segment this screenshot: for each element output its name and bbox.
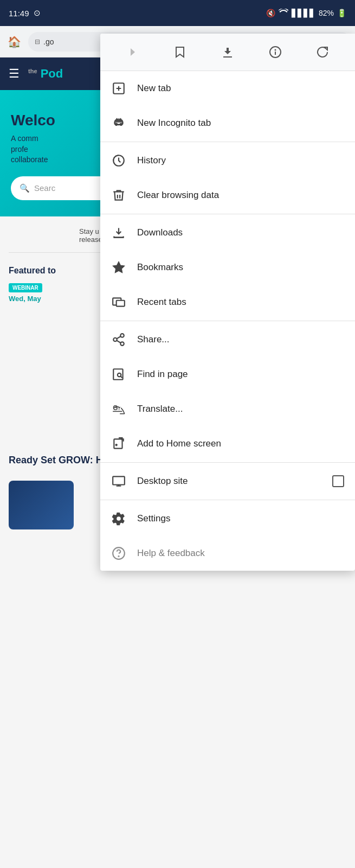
divider-3: [100, 321, 355, 321]
star-icon: [111, 260, 126, 275]
svg-marker-16: [113, 261, 125, 273]
svg-point-19: [120, 334, 124, 337]
menu-item-desktop-site[interactable]: Desktop site: [100, 464, 355, 499]
mute-icon: 🔇: [266, 9, 275, 17]
svg-line-23: [117, 336, 120, 339]
translate-label: Translate...: [137, 404, 344, 414]
address-privacy-icon: ⊟: [35, 38, 40, 46]
svg-text:T: T: [118, 405, 121, 411]
incognito-label: New Incognito tab: [137, 118, 344, 129]
svg-line-22: [117, 341, 120, 343]
desktop-site-label: Desktop site: [137, 476, 321, 487]
divider-4: [100, 462, 355, 463]
menu-item-recent-tabs[interactable]: Recent tabs: [100, 285, 355, 320]
svg-point-21: [120, 342, 124, 346]
recent-tabs-label: Recent tabs: [137, 297, 344, 308]
svg-rect-18: [117, 301, 125, 307]
desktop-icon: [111, 474, 126, 489]
wifi-icon: [279, 9, 288, 18]
settings-label: Settings: [137, 513, 344, 524]
bookmark-button[interactable]: [168, 40, 192, 64]
recent-tabs-icon: [111, 295, 126, 310]
clear-browsing-label: Clear browsing data: [137, 190, 344, 201]
add-home-icon: [111, 436, 126, 451]
find-in-page-label: Find in page: [137, 369, 344, 380]
webinar-badge: WEBINAR: [9, 283, 42, 292]
svg-rect-12: [115, 120, 122, 122]
status-bar: 11:49 ⊙ 🔇 ▋▋▋▋ 82% 🔋: [0, 0, 355, 26]
home-button[interactable]: 🏠: [4, 32, 24, 52]
info-button[interactable]: [263, 40, 287, 64]
settings-icon: [111, 511, 126, 526]
browser-menu[interactable]: New tab New Incognito tab: [100, 34, 355, 571]
svg-rect-35: [113, 476, 125, 484]
bookmarks-label: Bookmarks: [137, 262, 344, 273]
divider-1: [100, 142, 355, 142]
battery-icon: 🔋: [337, 9, 346, 17]
trash-icon: [111, 188, 126, 203]
svg-point-20: [113, 338, 117, 342]
divider-5: [100, 500, 355, 500]
share-icon: [111, 332, 126, 347]
help-icon: [111, 546, 126, 561]
time-display: 11:49: [9, 9, 29, 18]
downloads-icon: [111, 225, 126, 240]
menu-item-translate[interactable]: G T Translate...: [100, 392, 355, 426]
share-label: Share...: [137, 334, 344, 345]
site-logo: the Pod: [28, 67, 63, 81]
svg-point-9: [120, 123, 122, 125]
search-placeholder: Searc: [34, 183, 55, 193]
new-tab-icon: [111, 81, 126, 96]
svg-point-39: [118, 556, 119, 557]
download-button[interactable]: [216, 40, 240, 64]
whatsapp-icon: ⊙: [34, 8, 41, 18]
menu-item-incognito[interactable]: New Incognito tab: [100, 106, 355, 141]
menu-item-history[interactable]: History: [100, 143, 355, 178]
menu-item-bookmarks[interactable]: Bookmarks: [100, 250, 355, 285]
incognito-icon: [111, 116, 126, 131]
menu-item-new-tab[interactable]: New tab: [100, 71, 355, 106]
card-image: [9, 481, 74, 529]
history-icon: [111, 153, 126, 168]
menu-item-clear-browsing[interactable]: Clear browsing data: [100, 178, 355, 213]
menu-item-downloads[interactable]: Downloads: [100, 215, 355, 250]
reload-button[interactable]: [311, 40, 334, 64]
divider-2: [100, 214, 355, 214]
svg-rect-31: [114, 439, 122, 448]
new-tab-label: New tab: [137, 83, 344, 94]
translate-icon: G T: [111, 401, 126, 417]
find-icon: [111, 367, 126, 382]
svg-point-8: [115, 123, 118, 125]
downloads-label: Downloads: [137, 227, 344, 238]
menu-item-share[interactable]: Share...: [100, 322, 355, 357]
search-icon: 🔍: [20, 183, 30, 193]
forward-button[interactable]: [121, 40, 145, 64]
menu-item-add-home[interactable]: Add to Home screen: [100, 426, 355, 461]
menu-item-help-feedback[interactable]: Help & feedback: [100, 536, 355, 571]
add-home-label: Add to Home screen: [137, 438, 344, 449]
help-feedback-label: Help & feedback: [137, 548, 344, 559]
menu-toolbar: [100, 34, 355, 71]
menu-item-find-in-page[interactable]: Find in page: [100, 357, 355, 392]
battery-display: 82%: [319, 9, 334, 17]
history-label: History: [137, 155, 344, 166]
signal-icon: ▋▋▋▋: [292, 9, 315, 17]
desktop-site-checkbox[interactable]: [332, 475, 344, 487]
menu-hamburger-icon: ☰: [9, 67, 20, 81]
menu-item-settings[interactable]: Settings: [100, 501, 355, 536]
address-text: .go: [43, 37, 54, 46]
